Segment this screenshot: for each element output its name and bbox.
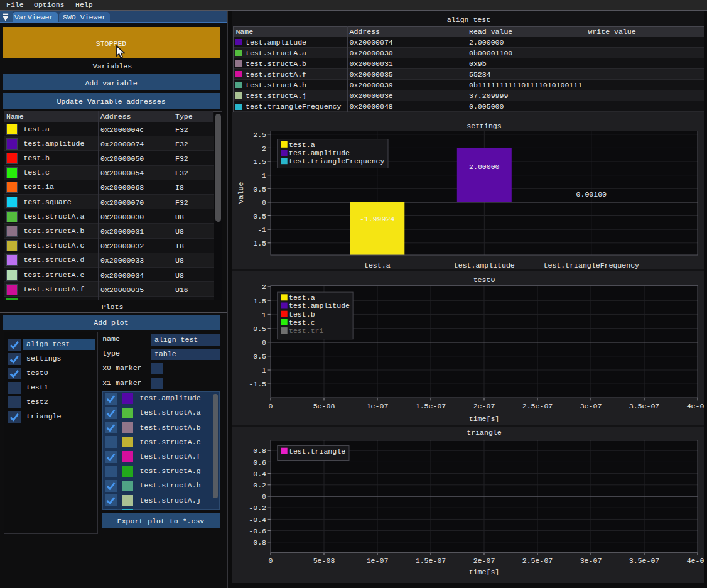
svg-text:2.00000: 2.00000 xyxy=(469,163,500,171)
svg-text:1.5: 1.5 xyxy=(253,297,266,305)
svg-text:4e-07: 4e-07 xyxy=(687,402,704,410)
svg-text:test.triangleFrequency: test.triangleFrequency xyxy=(544,261,640,270)
svg-text:-1.5: -1.5 xyxy=(249,380,266,388)
svg-text:-0.5: -0.5 xyxy=(249,352,266,361)
svg-text:-0.6: -0.6 xyxy=(249,527,266,535)
svg-text:test.amplitude: test.amplitude xyxy=(454,261,515,270)
svg-text:0: 0 xyxy=(262,199,266,207)
svg-text:0: 0 xyxy=(262,493,266,501)
svg-text:0: 0 xyxy=(269,557,273,565)
svg-text:2.5e-07: 2.5e-07 xyxy=(522,557,553,565)
svg-text:2e-07: 2e-07 xyxy=(473,557,495,565)
svg-text:test.b: test.b xyxy=(289,310,315,318)
svg-text:test.amplitude: test.amplitude xyxy=(289,149,350,157)
svg-text:1: 1 xyxy=(262,172,266,180)
svg-text:test.c: test.c xyxy=(289,318,315,327)
svg-text:-1: -1 xyxy=(257,226,266,234)
svg-text:0.8: 0.8 xyxy=(253,447,266,455)
svg-text:4e-07: 4e-07 xyxy=(687,557,704,565)
svg-text:-0.4: -0.4 xyxy=(249,516,266,524)
svg-text:test0: test0 xyxy=(473,276,495,284)
svg-text:0.5: 0.5 xyxy=(253,185,266,193)
svg-text:2.5: 2.5 xyxy=(253,131,266,139)
svg-text:0: 0 xyxy=(269,402,273,410)
svg-text:test.a: test.a xyxy=(289,293,315,302)
svg-text:0.6: 0.6 xyxy=(253,459,266,467)
svg-text:3e-07: 3e-07 xyxy=(580,402,602,410)
svg-text:3.5e-07: 3.5e-07 xyxy=(629,402,660,410)
svg-text:-1.99924: -1.99924 xyxy=(360,215,395,223)
svg-text:3.5e-07: 3.5e-07 xyxy=(629,557,660,565)
svg-text:1e-07: 1e-07 xyxy=(367,402,389,410)
svg-text:time[s]: time[s] xyxy=(469,415,500,423)
svg-text:-1: -1 xyxy=(257,366,266,374)
svg-text:test.triangleFrequency: test.triangleFrequency xyxy=(289,157,385,165)
svg-text:2.5e-07: 2.5e-07 xyxy=(522,402,553,410)
svg-text:triangle: triangle xyxy=(467,428,502,437)
svg-text:2e-07: 2e-07 xyxy=(473,402,495,410)
svg-text:-0.5: -0.5 xyxy=(249,212,266,220)
svg-text:1.5: 1.5 xyxy=(253,158,266,166)
svg-text:0.4: 0.4 xyxy=(253,470,266,478)
svg-text:time[s]: time[s] xyxy=(469,568,500,576)
svg-text:-0.8: -0.8 xyxy=(249,538,266,547)
svg-text:Value: Value xyxy=(237,182,245,204)
svg-text:-1.5: -1.5 xyxy=(249,239,266,248)
svg-text:test.amplitude: test.amplitude xyxy=(289,302,350,310)
svg-text:2: 2 xyxy=(262,283,266,291)
svg-text:-0.2: -0.2 xyxy=(249,504,266,512)
svg-text:2: 2 xyxy=(262,144,266,153)
svg-text:test.a: test.a xyxy=(364,261,391,270)
svg-text:test.tri: test.tri xyxy=(289,327,324,335)
svg-text:test.triangle: test.triangle xyxy=(289,447,345,455)
svg-text:0.2: 0.2 xyxy=(253,481,266,489)
svg-text:1.5e-07: 1.5e-07 xyxy=(416,402,446,410)
svg-text:0.5: 0.5 xyxy=(253,325,266,333)
svg-text:0: 0 xyxy=(262,339,266,347)
svg-text:1e-07: 1e-07 xyxy=(367,557,389,565)
svg-text:test.a: test.a xyxy=(289,141,315,149)
svg-text:5e-08: 5e-08 xyxy=(313,557,335,565)
svg-text:settings: settings xyxy=(467,122,501,130)
svg-text:1.5e-07: 1.5e-07 xyxy=(416,557,446,565)
svg-text:3e-07: 3e-07 xyxy=(580,557,602,565)
svg-text:5e-08: 5e-08 xyxy=(313,402,335,410)
svg-text:1: 1 xyxy=(262,311,266,319)
svg-text:0.00100: 0.00100 xyxy=(576,190,607,199)
